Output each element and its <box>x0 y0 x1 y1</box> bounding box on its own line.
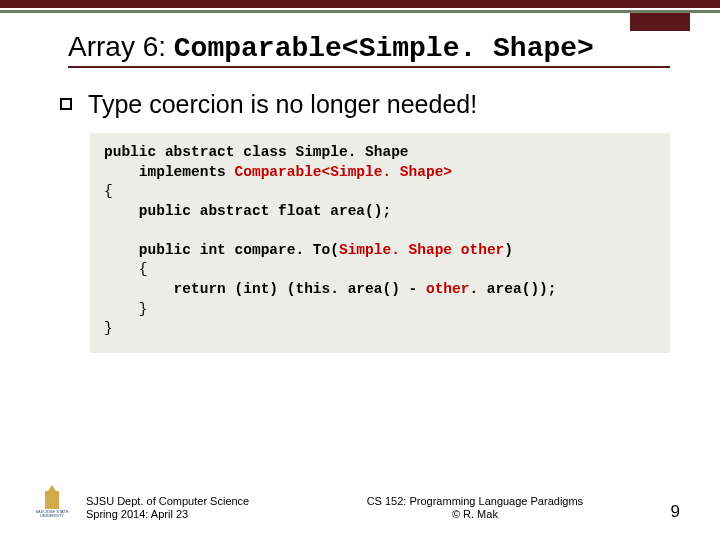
code-l1b: Simple. Shape <box>295 144 408 160</box>
code-l7: { <box>104 261 148 277</box>
code-l8b: other <box>426 281 470 297</box>
code-l6b: Simple. Shape other <box>339 242 504 258</box>
bullet-text: Type coercion is no longer needed! <box>88 90 477 119</box>
code-l9: } <box>104 301 148 317</box>
accent-block <box>630 13 690 31</box>
footer: SAN JOSE STATE UNIVERSITY SJSU Dept. of … <box>0 486 720 522</box>
footer-left: SJSU Dept. of Computer Science Spring 20… <box>86 495 249 523</box>
code-block: public abstract class Simple. Shape impl… <box>90 133 670 353</box>
footer-course: CS 152: Programming Language Paradigms <box>279 495 670 509</box>
code-l6a: public int compare. To( <box>104 242 339 258</box>
sub-stripe <box>0 10 720 13</box>
code-l8c: . area()); <box>469 281 556 297</box>
bullet-box-icon <box>60 98 72 110</box>
code-l1a: public abstract class <box>104 144 295 160</box>
bullet-row: Type coercion is no longer needed! <box>60 90 670 119</box>
footer-dept: SJSU Dept. of Computer Science <box>86 495 249 509</box>
title-mono: Comparable<Simple. Shape> <box>174 33 594 64</box>
slide-title: Array 6: Comparable<Simple. Shape> <box>68 31 670 68</box>
code-l6c: ) <box>504 242 513 258</box>
code-l2a: implements <box>104 164 235 180</box>
code-l8a: return (int) (this. area() - <box>104 281 426 297</box>
code-l10: } <box>104 320 113 336</box>
title-prefix: Array 6: <box>68 31 174 62</box>
top-stripe <box>0 0 720 8</box>
footer-term: Spring 2014: April 23 <box>86 508 249 522</box>
footer-copyright: © R. Mak <box>279 508 670 522</box>
code-l2b: Comparable<Simple. Shape> <box>235 164 453 180</box>
code-l3: { <box>104 183 113 199</box>
footer-center: CS 152: Programming Language Paradigms ©… <box>279 495 670 523</box>
logo-text: SAN JOSE STATE UNIVERSITY <box>34 510 70 518</box>
content-area: Type coercion is no longer needed! publi… <box>60 90 670 353</box>
page-number: 9 <box>671 502 680 522</box>
sjsu-logo-icon: SAN JOSE STATE UNIVERSITY <box>34 486 70 522</box>
code-l4: public abstract float area(); <box>104 203 391 219</box>
